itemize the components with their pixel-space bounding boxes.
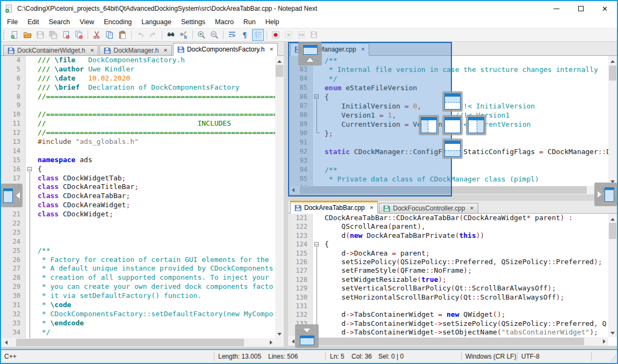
scroll-up-icon[interactable] (277, 58, 282, 63)
fold-collapse-icon[interactable] (27, 167, 32, 171)
tab-close-icon[interactable]: ✕ (370, 205, 374, 210)
fold-margin (26, 74, 34, 83)
dock-indicator-split-left[interactable] (419, 115, 439, 135)
code-text: * \endcode (34, 319, 275, 328)
fold-margin (26, 92, 34, 101)
vertical-scrollbar[interactable] (608, 214, 617, 337)
save-all-button[interactable] (47, 29, 59, 41)
macro-play-button[interactable] (283, 29, 294, 41)
fold-line (30, 192, 30, 201)
menu-item-macro[interactable]: Macro (210, 17, 239, 27)
horizontal-scrollbar[interactable] (1, 338, 275, 347)
menu-item-edit[interactable]: Edit (23, 17, 44, 27)
split-top-icon (444, 93, 461, 110)
close-file-button[interactable] (60, 29, 72, 41)
scroll-up-icon[interactable] (610, 58, 615, 63)
show-all-characters-button[interactable]: ¶ (239, 29, 251, 41)
dock-indicator-top-edge[interactable] (298, 42, 322, 65)
horizontal-scrollbar[interactable] (288, 337, 608, 346)
status-language[interactable]: C++ (4, 350, 17, 363)
close-button[interactable]: ✕ (593, 1, 617, 16)
fold-margin (313, 310, 321, 319)
dock-indicator-tab-center[interactable] (442, 115, 463, 135)
fold-collapse-icon[interactable] (314, 242, 319, 246)
menu-item-language[interactable]: Language (136, 17, 176, 27)
scrollbar-thumb[interactable] (16, 339, 244, 346)
paste-button[interactable] (117, 29, 128, 41)
scroll-up-icon[interactable] (610, 216, 615, 221)
line-number: 13 (1, 137, 26, 147)
menu-item-settings[interactable]: Settings (176, 17, 210, 27)
open-file-button[interactable] (21, 29, 33, 41)
fold-line (30, 246, 30, 256)
cut-button[interactable] (91, 29, 103, 41)
scroll-down-icon[interactable] (277, 333, 282, 338)
menu-item-run[interactable]: Run (239, 17, 261, 27)
toolbar-grip[interactable] (3, 30, 6, 40)
scrollbar-thumb[interactable] (609, 223, 616, 239)
editor-bottomRight[interactable]: 121CDockAreaTabBar::CDockAreaTabBar(CDoc… (288, 214, 608, 337)
indent-guides-button[interactable] (252, 29, 264, 41)
dock-indicator-right-edge[interactable] (594, 183, 617, 206)
redo-button[interactable] (147, 29, 159, 41)
code-line: 31 * \code (1, 301, 275, 310)
maximize-button[interactable] (569, 1, 593, 16)
save-file-button[interactable] (34, 29, 46, 41)
fold-margin (26, 310, 34, 319)
code-token: : (569, 214, 573, 222)
tab-dockcomponentsfactory-h[interactable]: DockComponentsFactory.h✕ (173, 43, 278, 56)
word-wrap-button[interactable] (226, 29, 238, 41)
minimize-button[interactable] (544, 1, 569, 16)
tab-close-icon[interactable]: ✕ (269, 47, 274, 52)
menu-item-help[interactable]: Help (261, 17, 284, 27)
menu-item-encoding[interactable]: Encoding (99, 17, 136, 27)
new-file-button[interactable] (9, 29, 20, 41)
vertical-scrollbar[interactable] (275, 56, 284, 338)
line-number: 7 (1, 83, 26, 92)
menu-item-file[interactable]: File (2, 17, 23, 27)
menu-item-view[interactable]: View (75, 17, 99, 27)
dock-indicator-split-right[interactable] (466, 115, 486, 135)
code-token: /// (38, 74, 54, 82)
zoom-in-button[interactable] (196, 29, 207, 41)
replace-button[interactable]: ab (178, 29, 190, 41)
tab-close-icon[interactable]: ✕ (163, 48, 168, 53)
code-token: parent (531, 214, 560, 222)
code-token: )) (476, 231, 485, 239)
resize-grip[interactable] (609, 355, 616, 362)
dock-indicator-split-top[interactable] (442, 91, 463, 112)
macro-run-multiple-button[interactable] (296, 29, 307, 41)
macro-save-button[interactable] (308, 29, 320, 41)
tab-close-icon[interactable]: ✕ (90, 48, 95, 53)
code-token: d (325, 319, 346, 327)
close-all-button[interactable] (73, 29, 85, 41)
undo-button[interactable] (134, 29, 146, 41)
tab-dockfocuscontroller-cpp[interactable]: DockFocusController.cpp✕ (379, 203, 478, 214)
menu-item-search[interactable]: Search (44, 17, 75, 27)
scroll-right-icon[interactable] (603, 339, 608, 344)
scrollbar-thumb[interactable] (302, 338, 584, 345)
tab-dockmanager-h[interactable]: DockManager.h✕ (99, 45, 172, 56)
copy-button[interactable] (104, 29, 116, 41)
dock-indicator-left-edge[interactable] (1, 184, 23, 207)
tab-close-icon[interactable]: ✕ (470, 206, 474, 211)
find-button[interactable] (165, 29, 177, 41)
scroll-left-icon[interactable] (290, 339, 294, 344)
tab-dockareatabbar-cpp[interactable]: DockAreaTabBar.cpp✕ (290, 201, 378, 214)
scrollbar-thumb[interactable] (609, 65, 616, 81)
scrollbar-thumb[interactable] (276, 65, 283, 77)
scroll-left-icon[interactable] (3, 340, 8, 345)
zoom-out-button[interactable] (209, 29, 220, 41)
scroll-down-icon[interactable] (610, 332, 615, 337)
status-encoding[interactable]: UTF-8 (521, 350, 540, 363)
tab-dockcontainerwidget-h[interactable]: DockContainerWidget.h✕ (3, 45, 98, 56)
macro-record-button[interactable] (270, 29, 282, 41)
scroll-right-icon[interactable] (270, 340, 275, 345)
code-text (34, 147, 275, 156)
dock-indicator-bottom-edge[interactable] (295, 324, 319, 348)
code-line: 27 * A default unique instance provided … (1, 264, 275, 273)
dock-indicator-split-bottom[interactable] (442, 139, 463, 159)
status-eol[interactable]: Windows (CR LF) (465, 350, 516, 363)
editor-left[interactable]: 4/// \file DockComponentsFactory.h5/// \… (1, 56, 275, 338)
vertical-scrollbar[interactable] (608, 56, 617, 186)
